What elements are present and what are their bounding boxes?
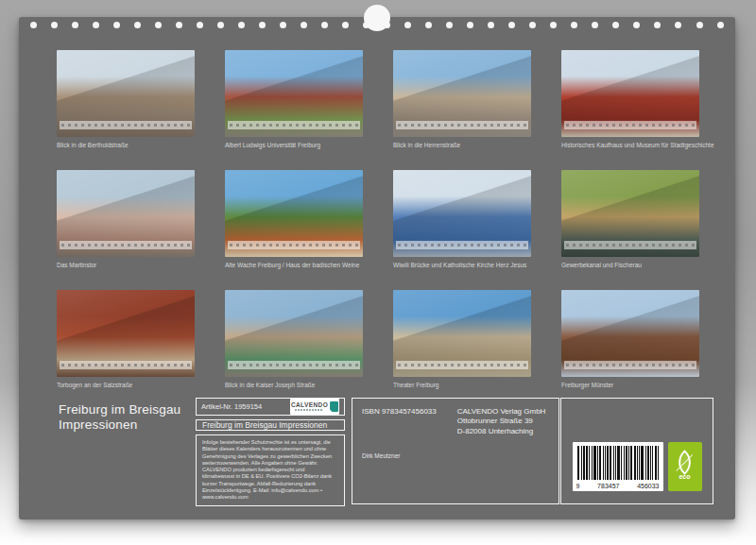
eco-logo: eco xyxy=(668,442,702,491)
publisher-city: D-82008 Unterhaching xyxy=(457,427,546,436)
calendar-thumbnail: Blick in die Herrenstraße xyxy=(393,50,531,149)
thumbnail-photo xyxy=(57,50,195,137)
isbn-text: ISBN 9783457456033 xyxy=(362,407,437,436)
barcode-digit-lead: 9 xyxy=(576,483,580,489)
calendar-thumbnail: Theater Freiburg xyxy=(393,290,531,389)
article-number-box: Artikel-Nr. 1959154 CALVENDO xyxy=(196,398,345,416)
hanger-notch xyxy=(364,5,390,31)
watermark-strip xyxy=(564,121,696,129)
watermark-strip xyxy=(228,121,360,129)
punch-hole xyxy=(529,22,536,28)
watermark-strip xyxy=(564,241,696,249)
calendar-thumbnail: Wiwili Brücke und Katholische Kirche Her… xyxy=(393,170,531,269)
punch-hole xyxy=(238,22,245,28)
calendar-back-page: Blick in die BertholdstraßeAlbert Ludwig… xyxy=(19,17,735,519)
punch-hole xyxy=(134,22,141,28)
thumbnail-caption: Theater Freiburg xyxy=(393,381,531,389)
thumbnail-photo xyxy=(57,290,195,377)
punch-hole xyxy=(72,22,78,28)
calendar-thumbnail: Blick in die Bertholdstraße xyxy=(57,50,195,149)
thumbnail-photo xyxy=(393,290,531,377)
article-number: Artikel-Nr. 1959154 xyxy=(201,402,262,411)
thumbnail-photo xyxy=(393,170,531,257)
punch-hole xyxy=(592,22,598,28)
calendar-title: Freiburg im Breisgau Impressionen xyxy=(59,402,180,433)
watermark-strip xyxy=(564,361,696,369)
order-info-column: Artikel-Nr. 1959154 CALVENDO Freiburg im… xyxy=(196,398,345,504)
punch-hole xyxy=(155,22,162,28)
punch-hole xyxy=(30,22,37,28)
watermark-strip xyxy=(228,361,360,369)
punch-hole xyxy=(259,22,266,28)
thumbnail-photo xyxy=(225,170,363,257)
publisher-row: ISBN 9783457456033 CALVENDO Verlag GmbH … xyxy=(362,407,549,436)
watermark-strip xyxy=(396,121,528,129)
calvendo-logo-icon xyxy=(330,401,338,412)
thumbnail-photo xyxy=(561,170,699,257)
thumbnail-photo xyxy=(561,50,699,137)
thumbnail-caption: Freiburger Münster xyxy=(561,381,699,389)
punch-hole xyxy=(446,22,453,28)
calendar-thumbnail: Torbogen an der Salzstraße xyxy=(57,290,195,389)
punch-hole xyxy=(217,22,224,28)
title-box-text: Freiburg im Breisgau Impressionen xyxy=(202,420,327,430)
watermark-strip xyxy=(60,361,192,369)
punch-hole xyxy=(571,22,577,28)
calendar-thumbnail: Gewerbekanal und Fischerau xyxy=(561,170,699,269)
watermark-strip xyxy=(60,241,192,249)
punch-hole xyxy=(280,22,286,28)
thumbnail-grid: Blick in die BertholdstraßeAlbert Ludwig… xyxy=(57,50,699,389)
calendar-thumbnail: Blick in die Kaiser Joseph Straße xyxy=(225,290,363,389)
thumbnail-caption: Blick in die Bertholdstraße xyxy=(57,141,195,149)
punch-hole xyxy=(425,22,432,28)
publisher-address: CALVENDO Verlag GmbH Ottobrunner Straße … xyxy=(457,407,546,436)
punch-hole xyxy=(467,22,473,28)
calendar-title-line1: Freiburg im Breisgau xyxy=(59,402,180,417)
calendar-thumbnail: Historisches Kaufhaus und Museum für Sta… xyxy=(561,50,699,149)
punch-hole xyxy=(301,22,307,28)
publisher-name: CALVENDO Verlag GmbH xyxy=(457,407,546,417)
punch-hole xyxy=(654,22,661,28)
thumbnail-caption: Das Martinstor xyxy=(57,261,195,269)
thumbnail-photo xyxy=(225,290,363,377)
calvendo-logo-tagline xyxy=(295,409,323,411)
thumbnail-caption: Torbogen an der Salzstraße xyxy=(57,381,195,389)
punch-hole xyxy=(717,22,724,28)
watermark-strip xyxy=(396,241,528,249)
watermark-strip xyxy=(60,121,192,129)
punch-hole xyxy=(197,22,203,28)
punch-hole xyxy=(696,22,703,28)
punch-hole xyxy=(113,22,120,28)
thumbnail-caption: Wiwili Brücke und Katholische Kirche Her… xyxy=(393,261,531,269)
calendar-thumbnail: Albert Ludwigs Universität Freiburg xyxy=(225,50,363,149)
ean-barcode: 9 783457 456033 xyxy=(573,442,663,491)
calvendo-logo-text-wrap: CALVENDO xyxy=(291,402,328,412)
thumbnail-caption: Albert Ludwigs Universität Freiburg xyxy=(225,141,363,149)
thumbnail-caption: Historisches Kaufhaus und Museum für Sta… xyxy=(561,141,699,149)
punch-hole xyxy=(51,22,58,28)
punch-hole xyxy=(342,22,349,28)
calendar-thumbnail: Das Martinstor xyxy=(57,170,195,269)
publisher-street: Ottobrunner Straße 39 xyxy=(457,417,546,426)
punch-hole xyxy=(321,22,328,28)
barcode-digits-right: 456033 xyxy=(637,483,659,489)
thumbnail-photo xyxy=(393,50,531,137)
thumbnail-caption: Blick in die Kaiser Joseph Straße xyxy=(225,381,363,389)
thumbnail-caption: Alte Wache Freiburg / Haus der badischen… xyxy=(225,261,363,269)
thumbnail-photo xyxy=(225,50,363,137)
calendar-thumbnail: Alte Wache Freiburg / Haus der badischen… xyxy=(225,170,363,269)
thumbnail-photo xyxy=(57,170,195,257)
calvendo-logo: CALVENDO xyxy=(290,399,339,415)
punch-hole xyxy=(612,22,619,28)
calendar-title-line2: Impressionen xyxy=(59,417,180,433)
barcode-digits: 9 783457 456033 xyxy=(573,483,663,489)
publisher-box: ISBN 9783457456033 CALVENDO Verlag GmbH … xyxy=(352,398,559,504)
thumbnail-photo xyxy=(561,290,699,377)
eco-leaf-icon xyxy=(672,450,697,475)
punch-hole xyxy=(550,22,557,28)
barcode-digits-left: 783457 xyxy=(597,483,619,489)
punch-hole xyxy=(633,22,640,28)
barcode-box: 9 783457 456033 eco xyxy=(560,398,713,504)
punch-hole xyxy=(404,22,411,28)
barcode-bars xyxy=(577,446,659,480)
